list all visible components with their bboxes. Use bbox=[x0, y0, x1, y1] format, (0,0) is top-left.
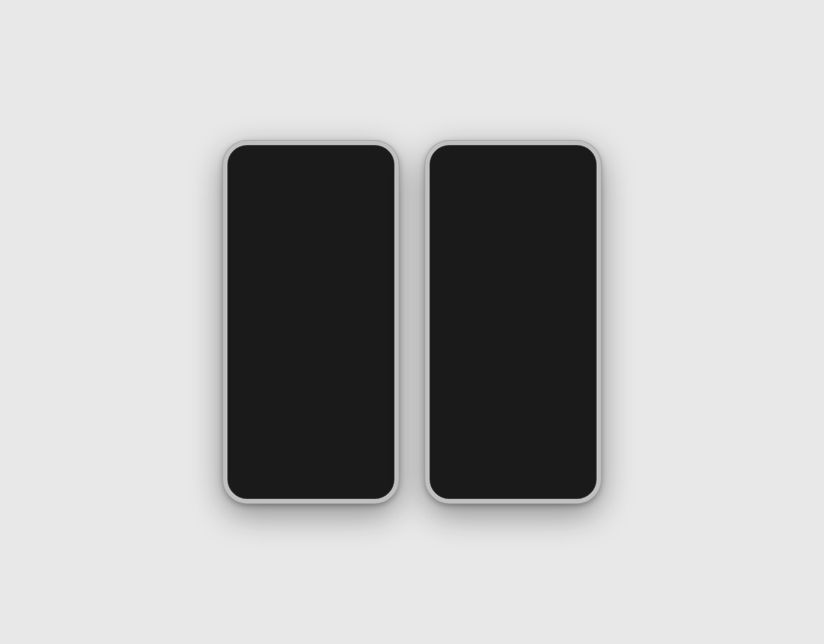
np-controls-2: ▶ ⏭ bbox=[564, 440, 589, 452]
tab-library-icon-2: 🎵 bbox=[541, 464, 553, 476]
play-button-2[interactable]: ▶ Play bbox=[437, 316, 510, 336]
track-name-1: Forgive Myself bbox=[465, 369, 576, 377]
album-label-1: Little Bit Country bbox=[235, 242, 312, 248]
tab-bar-2: ▶ Listen Now ⊞ Browse ((●)) Radio 🎵 Libr… bbox=[430, 460, 597, 489]
shuffle-button[interactable]: ⇄ Shuffle bbox=[516, 316, 589, 336]
np-thumb-1 bbox=[235, 436, 255, 456]
ff-button-1[interactable]: ⏭ bbox=[377, 440, 387, 452]
status-icons-1: ▲ bbox=[353, 151, 383, 158]
lbc-line1: LITTLE bbox=[261, 203, 286, 209]
signal-bar-2 bbox=[355, 154, 357, 157]
replay-year-text-2021: 2021 bbox=[241, 287, 266, 292]
tab-listen-now-icon-1: ▶ bbox=[237, 464, 250, 477]
np-title-2: I'll Be Okay bbox=[463, 442, 558, 450]
download-icon-1[interactable]: ⬇ bbox=[582, 371, 589, 382]
status-time-2: 7:03 bbox=[441, 151, 454, 158]
replay-artists-2021: Sam Smith, Bleachers, Miley Cyrus, Why D… bbox=[240, 334, 304, 360]
lbc-line3: COUNTRY bbox=[257, 215, 290, 221]
replay-bg-2020: REPLAY 2020 🍎 Music '20 Niall Horan, Con… bbox=[314, 276, 387, 364]
wifi-icon-2: ▲ bbox=[566, 151, 572, 158]
album-thumb-1: LITTLE BIT COUNTRY bbox=[235, 185, 312, 240]
lbc-line2: BIT bbox=[268, 209, 280, 215]
apple-badge-2021: 🍎 Music bbox=[285, 281, 303, 286]
now-playing-1[interactable]: I'll Be Okay ▶ ⏭ bbox=[227, 431, 394, 460]
album-art-country1: LITTLE BIT COUNTRY bbox=[235, 185, 312, 240]
track-thumb-1 bbox=[437, 366, 459, 388]
tab-search-1[interactable]: 🔍 Search bbox=[363, 464, 393, 483]
home-indicator-1 bbox=[278, 491, 344, 493]
notch-2 bbox=[483, 145, 543, 159]
back-button[interactable]: ‹ Listen Now bbox=[437, 165, 477, 174]
album-card-1[interactable]: LITTLE BIT COUNTRY Little Bit Country Ap… bbox=[235, 185, 312, 254]
p2-album-art: REPLAY 2021 🍎 Music '21 bbox=[469, 187, 557, 275]
tab-radio-label-1: Radio bbox=[304, 478, 318, 483]
track-info-2: 45 Bleachers bbox=[465, 401, 576, 415]
now-playing-2[interactable]: I'll Be Okay ▶ ⏭ bbox=[430, 431, 597, 460]
tab-library-1[interactable]: 🎵 Library bbox=[329, 464, 360, 483]
phone-screen-2: 7:03 ▲ ‹ Listen Now bbox=[430, 145, 597, 499]
bpc-title: Back PorchCountry bbox=[338, 191, 371, 204]
p2-nav: ‹ Listen Now + Add ••• bbox=[430, 160, 597, 180]
replay-overlay-2020: Niall Horan, Cona Lennon Stell bbox=[314, 349, 387, 364]
phone-1: 7:03 ▲ Listen Now bbox=[223, 141, 399, 503]
nav-title-1: Listen Now bbox=[227, 160, 394, 178]
more-button[interactable]: ••• bbox=[578, 164, 589, 175]
tab-browse-2[interactable]: ⊞ Browse bbox=[464, 464, 495, 483]
track-thumb-3 bbox=[437, 429, 459, 431]
np-thumb-2 bbox=[437, 436, 457, 456]
track-item-2[interactable]: 45 Bleachers ⬇ bbox=[430, 393, 597, 424]
battery-fill-1 bbox=[374, 153, 381, 156]
tab-browse-label-1: Browse bbox=[269, 478, 286, 483]
replay-header-art-2020: REPLAY 2020 🍎 Music bbox=[314, 276, 387, 295]
replay-artists-2020: Niall Horan, Cona Lennon Stell bbox=[318, 353, 382, 360]
tab-radio-icon-2: ((●)) bbox=[504, 465, 523, 476]
signal-bar2-3 bbox=[560, 153, 561, 157]
tab-browse-label-2: Browse bbox=[471, 478, 488, 483]
tab-listen-now-label-2: Listen Now bbox=[434, 478, 459, 484]
tab-listen-now-2[interactable]: ▶ Listen Now bbox=[431, 464, 461, 484]
play-button-np-2[interactable]: ▶ bbox=[564, 440, 571, 452]
replay-art-2020: REPLAY 2020 🍎 Music '20 Niall Horan, Con… bbox=[314, 276, 387, 364]
p2-big-number: '21 bbox=[469, 221, 538, 275]
battery-icon-1 bbox=[372, 152, 383, 157]
tab-radio-icon-1: ((●)) bbox=[302, 465, 321, 476]
tab-search-2[interactable]: 🔍 Search bbox=[565, 464, 595, 483]
download-icon-2[interactable]: ⬇ bbox=[582, 403, 589, 413]
tab-search-icon-2: 🔍 bbox=[574, 464, 586, 476]
track-item-3[interactable]: High bbox=[430, 424, 597, 431]
screen-content-2: ‹ Listen Now + Add ••• REPLAY 2021 bbox=[430, 160, 597, 493]
album-row-1: LITTLE BIT COUNTRY Little Bit Country Ap… bbox=[227, 178, 394, 258]
p2-main: REPLAY 2021 🍎 Music '21 Replay 2021 Appl… bbox=[430, 180, 597, 493]
notch-1 bbox=[281, 145, 341, 159]
nav-actions: + Add ••• bbox=[554, 164, 589, 175]
replay-card-2020[interactable]: REPLAY 2020 🍎 Music '20 Niall Horan, Con… bbox=[314, 276, 387, 364]
album-card-2[interactable]: Back PorchCountry Back Porch Country App… bbox=[318, 185, 391, 254]
signal-bar2-4 bbox=[562, 152, 564, 157]
tab-radio-2[interactable]: ((●)) Radio bbox=[498, 465, 528, 483]
play-button-1[interactable]: ▶ bbox=[361, 440, 369, 452]
replay-title-group: REPLAY 2021 bbox=[241, 281, 266, 292]
ff-button-np-2[interactable]: ⏭ bbox=[579, 440, 589, 452]
tab-listen-now-label-1: Listen Now bbox=[232, 478, 257, 484]
battery-fill-2 bbox=[576, 153, 583, 156]
track-thumb-2 bbox=[437, 397, 459, 419]
tab-browse-1[interactable]: ⊞ Browse bbox=[262, 464, 293, 483]
tab-radio-1[interactable]: ((●)) Radio bbox=[296, 465, 326, 483]
add-button[interactable]: + Add bbox=[554, 165, 573, 174]
p2-description: Your favorite tracks of the year—all in … bbox=[430, 340, 597, 362]
tab-radio-label-2: Radio bbox=[506, 478, 520, 483]
tab-listen-now-1[interactable]: ▶ Listen Now bbox=[229, 464, 259, 484]
battery-icon-2 bbox=[575, 152, 586, 157]
signal-bar-1 bbox=[353, 155, 355, 157]
track-artist-2: Bleachers bbox=[465, 409, 576, 415]
back-label: Listen Now bbox=[441, 165, 476, 174]
track-name-2: 45 bbox=[465, 401, 576, 409]
replay-card-2021[interactable]: REPLAY 2021 🍎 Music '21 Sam Smith, Bleac… bbox=[235, 276, 308, 364]
replay-bg-2021: REPLAY 2021 🍎 Music '21 Sam Smith, Bleac… bbox=[235, 276, 308, 364]
track-item-1[interactable]: Forgive Myself Sam Smith ⬇ bbox=[430, 362, 597, 393]
p2-buttons: ▶ Play ⇄ Shuffle bbox=[430, 309, 597, 340]
section-header-1: Replay: Your Top Songs by Year bbox=[227, 258, 394, 276]
p2-updated: UPDATED YESTERDAY bbox=[441, 304, 586, 309]
tab-library-2[interactable]: 🎵 Library bbox=[531, 464, 562, 483]
scroll-area-1: LITTLE BIT COUNTRY Little Bit Country Ap… bbox=[227, 178, 394, 431]
